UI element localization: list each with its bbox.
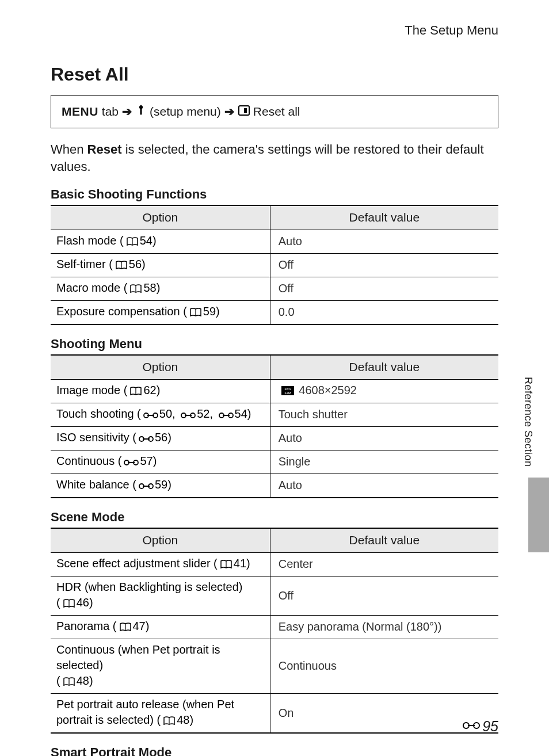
table-row: Continuous (57)Single xyxy=(51,450,498,474)
section-heading: Shooting Menu xyxy=(51,335,498,353)
page-ref: 48 xyxy=(77,674,89,687)
option-cell: Touch shooting (50, 52, 54) xyxy=(51,403,270,426)
default-value: Continuous xyxy=(279,659,337,672)
table-row: Macro mode (58)Off xyxy=(51,277,498,300)
tab-ref-icon xyxy=(124,455,139,471)
section-heading: Smart Portrait Mode xyxy=(51,744,498,756)
option-name: Self-timer xyxy=(56,258,106,270)
default-value: Auto xyxy=(279,235,302,247)
option-name: Continuous xyxy=(56,455,115,467)
col-header-option: Option xyxy=(51,528,270,552)
page-ref: 56 xyxy=(129,258,142,270)
side-thumb-tab xyxy=(528,478,549,552)
default-value-cell: Auto xyxy=(270,426,498,450)
tab-ref-icon xyxy=(219,408,234,423)
option-name: Exposure compensation xyxy=(56,305,180,318)
svg-text:16:9: 16:9 xyxy=(284,387,291,391)
table-row: ISO sensitivity (56)Auto xyxy=(51,426,498,450)
default-value: On xyxy=(279,707,294,719)
option-cell: Exposure compensation (59) xyxy=(51,300,270,324)
table-row: Scene effect adjustment slider (41)Cente… xyxy=(51,552,498,576)
default-value-cell: Auto xyxy=(270,230,498,253)
intro-text: When Reset is selected, the camera's set… xyxy=(51,141,498,175)
col-header-option: Option xyxy=(51,355,270,379)
option-cell: HDR (when Backlighting is selected)(46) xyxy=(51,576,270,615)
default-value-cell: Off xyxy=(270,576,498,615)
option-cell: White balance (59) xyxy=(51,474,270,498)
reset-all-label: Reset all xyxy=(253,104,300,120)
svg-rect-1 xyxy=(244,108,247,113)
page-ref: 58 xyxy=(143,281,156,294)
option-name: Pet portrait auto release (when Pet port… xyxy=(56,698,234,726)
col-header-option: Option xyxy=(51,205,270,230)
option-name: Touch shooting xyxy=(56,407,134,420)
book-ref-icon xyxy=(189,306,202,321)
default-value: Single xyxy=(279,455,311,468)
defaults-table: OptionDefault valueFlash mode (54)AutoSe… xyxy=(51,205,498,324)
table-row: Pet portrait auto release (when Pet port… xyxy=(51,693,498,733)
arrow-icon: ➔ xyxy=(224,104,235,120)
option-name: Flash mode xyxy=(56,234,117,247)
table-row: Continuous (when Pet portrait is selecte… xyxy=(51,639,498,693)
page-ref: 59 xyxy=(155,478,167,491)
default-value: Touch shutter xyxy=(279,408,348,421)
default-value: Center xyxy=(279,558,313,570)
tab-ref-icon xyxy=(139,479,154,494)
default-value-cell: Touch shutter xyxy=(270,403,498,426)
default-value-cell: Off xyxy=(270,253,498,277)
table-row: Panorama (47)Easy panorama (Normal (180°… xyxy=(51,615,498,639)
tab-ref-icon xyxy=(139,432,154,447)
table-row: Self-timer (56)Off xyxy=(51,253,498,277)
option-name: Panorama xyxy=(56,620,109,632)
default-value-cell: Continuous xyxy=(270,639,498,693)
arrow-icon: ➔ xyxy=(122,104,132,120)
page-ref: 57 xyxy=(140,455,152,467)
option-name: White balance xyxy=(56,478,129,491)
option-cell: Flash mode (54) xyxy=(51,230,270,253)
page-ref: 54 xyxy=(140,234,152,247)
default-value-cell: Easy panorama (Normal (180°)) xyxy=(270,615,498,639)
table-row: HDR (when Backlighting is selected)(46)O… xyxy=(51,576,498,615)
menu-path: MENU tab ➔ (setup menu) ➔ Reset all xyxy=(51,95,498,128)
page-ref: 47 xyxy=(133,620,146,632)
table-row: White balance (59)Auto xyxy=(51,474,498,498)
option-name: HDR (when Backlighting is selected) xyxy=(56,581,242,593)
book-ref-icon xyxy=(129,384,142,400)
default-value: Off xyxy=(279,589,293,602)
table-row: Exposure compensation (59)0.0 xyxy=(51,300,498,324)
default-value: Auto xyxy=(279,479,302,491)
default-value: Easy panorama (Normal (180°)) xyxy=(279,620,442,633)
option-cell: Macro mode (58) xyxy=(51,277,270,300)
page-ref: 48 xyxy=(177,713,189,726)
option-name: Image mode xyxy=(56,384,120,396)
wrench-icon xyxy=(136,104,146,120)
page-ref: 56 xyxy=(155,431,167,444)
page-ref: 54 xyxy=(235,407,247,420)
page-title: Reset All xyxy=(51,62,498,87)
book-ref-icon xyxy=(129,282,142,297)
default-value: Off xyxy=(279,258,293,271)
svg-text:12M: 12M xyxy=(284,391,291,395)
default-value-cell: Auto xyxy=(270,474,498,498)
default-value: 4608×2592 xyxy=(299,384,357,396)
table-row: Flash mode (54)Auto xyxy=(51,230,498,253)
default-value-cell: 0.0 xyxy=(270,300,498,324)
tab-word: tab xyxy=(102,104,119,120)
option-cell: Panorama (47) xyxy=(51,615,270,639)
defaults-table: OptionDefault valueScene effect adjustme… xyxy=(51,528,498,733)
default-value: 0.0 xyxy=(279,306,295,318)
option-cell: Scene effect adjustment slider (41) xyxy=(51,552,270,576)
option-cell: Image mode (62) xyxy=(51,379,270,403)
option-cell: Continuous (when Pet portrait is selecte… xyxy=(51,639,270,693)
side-section-label: Reference Section xyxy=(521,377,535,467)
page-ref: 52 xyxy=(197,407,209,420)
option-cell: Pet portrait auto release (when Pet port… xyxy=(51,693,270,733)
book-ref-icon xyxy=(63,597,75,612)
default-value-cell: Center xyxy=(270,552,498,576)
table-row: Image mode (62)16:912M 4608×2592 xyxy=(51,379,498,403)
option-cell: Continuous (57) xyxy=(51,450,270,474)
header-breadcrumb: The Setup Menu xyxy=(405,23,498,37)
default-value-cell: 16:912M 4608×2592 xyxy=(270,379,498,403)
default-value: Auto xyxy=(279,432,302,444)
default-value-cell: Off xyxy=(270,277,498,300)
